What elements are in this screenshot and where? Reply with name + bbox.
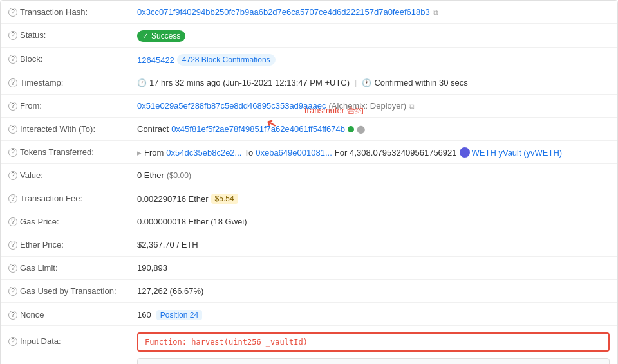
- block-number-link[interactable]: 12645422: [137, 55, 174, 65]
- help-icon-block[interactable]: ?: [8, 55, 17, 64]
- label-gas-limit: ? Gas Limit:: [8, 262, 137, 273]
- to-prefix: To: [244, 148, 253, 158]
- interacted-label: Interacted With (To):: [20, 124, 95, 134]
- transfer-amount: 4,308.07953240956175692​1: [350, 148, 456, 158]
- value-label: Value:: [20, 170, 43, 180]
- timestamp-text: 17 hrs 32 mins ago (Jun-16-2021 12:13:47…: [149, 78, 350, 87]
- value-tokens-transferred: ▸ From 0x54dc35eb8c2e2... To 0xeba649e00…: [137, 146, 610, 158]
- fee-ether: 0.002290716 Ether: [137, 194, 209, 204]
- label-input-data: ? Input Data:: [8, 331, 137, 346]
- help-icon-timestamp[interactable]: ?: [8, 78, 17, 87]
- status-label: Status:: [20, 30, 46, 40]
- row-tokens-transferred: ? Tokens Transferred: ▸ From 0x54dc35eb8…: [1, 141, 617, 164]
- label-block: ? Block:: [8, 53, 137, 64]
- clock-icon: 🕐: [137, 78, 147, 87]
- label-from: ? From:: [8, 100, 137, 111]
- pipe-separator: |: [355, 78, 357, 87]
- label-ether-price: ? Ether Price:: [8, 239, 137, 250]
- row-interacted-with: ? Interacted With (To): Contract 0x45f81…: [1, 118, 617, 141]
- row-from: ? From: 0x51e029a5ef288fb87c5e8dd46895c3…: [1, 95, 617, 118]
- row-timestamp: ? Timestamp: 🕐 17 hrs 32 mins ago (Jun-1…: [1, 71, 617, 95]
- value-gas-used: 127,262 (66.67%): [137, 285, 610, 296]
- value-transaction-fee: 0.002290716 Ether $5.54: [137, 192, 610, 204]
- row-value: ? Value: 0 Ether ($0.00): [1, 164, 617, 187]
- token-icon: [460, 147, 470, 158]
- gas-limit-text: 190,893: [137, 263, 167, 273]
- from-address-link[interactable]: 0x51e029a5ef288fb87c5e8dd46895c353ad9aaa…: [137, 101, 326, 111]
- input-data-area: MethodID: 0xdddc63362 [0]: 0000000000000…: [137, 358, 610, 364]
- help-icon-interacted[interactable]: ?: [8, 125, 17, 134]
- tx-hash-label: Transaction Hash:: [20, 7, 88, 17]
- gas-used-text: 127,262 (66.67%): [137, 286, 203, 296]
- row-input-data: ? Input Data: Function: harvest(uint256 …: [1, 326, 617, 364]
- clock-icon-confirm: 🕐: [362, 78, 371, 87]
- value-interacted-with: Contract 0x45f81ef5f2ae78f49851f7a62e406…: [137, 123, 610, 134]
- contract-prefix: Contract: [137, 124, 169, 134]
- ether-value: 0 Ether: [137, 170, 164, 180]
- for-prefix: For: [335, 148, 348, 158]
- function-signature-box: Function: harvest(uint256 _vaultId): [137, 332, 610, 352]
- value-gas-limit: 190,893: [137, 262, 610, 273]
- help-icon-gas-used[interactable]: ?: [8, 287, 17, 296]
- verified-dot: [348, 126, 354, 132]
- position-badge: Position 24: [156, 310, 202, 320]
- ether-price-label: Ether Price:: [20, 240, 64, 250]
- tx-hash-link[interactable]: 0x3cc071f9f40294bb250fc7b9aa6b2d7e6ca570…: [137, 7, 430, 17]
- input-data-label: Input Data:: [20, 336, 61, 346]
- function-signature-text: Function: harvest(uint256 _vaultId): [145, 338, 308, 347]
- label-gas-used: ? Gas Used by Transaction:: [8, 285, 137, 296]
- help-icon-status[interactable]: ?: [8, 31, 17, 40]
- label-interacted-with: ? Interacted With (To):: [8, 123, 137, 134]
- help-icon-input-data[interactable]: ?: [8, 337, 17, 346]
- fee-label: Transaction Fee:: [20, 194, 82, 203]
- value-status: ✓ Success: [137, 29, 610, 42]
- help-icon-fee[interactable]: ?: [8, 194, 17, 203]
- row-transaction-hash: ? Transaction Hash: 0x3cc071f9f40294bb25…: [1, 1, 617, 24]
- value-gas-price: 0.000000018 Ether (18 Gwei): [137, 215, 610, 226]
- row-transaction-fee: ? Transaction Fee: 0.002290716 Ether $5.…: [1, 187, 617, 210]
- transfer-row: ▸ From 0x54dc35eb8c2e2... To 0xeba649e00…: [137, 147, 562, 158]
- from-label: From:: [20, 101, 42, 111]
- label-transaction-hash: ? Transaction Hash:: [8, 6, 137, 17]
- confirmations-badge: 4728 Block Confirmations: [177, 54, 276, 66]
- status-text: Success: [151, 32, 180, 41]
- help-icon-from[interactable]: ?: [8, 102, 17, 111]
- timestamp-label: Timestamp:: [20, 78, 63, 87]
- help-icon-tokens[interactable]: ?: [8, 148, 17, 157]
- copy-icon-tx-hash[interactable]: ⧉: [433, 8, 438, 17]
- help-icon-gas-limit[interactable]: ?: [8, 264, 17, 273]
- info-arrow-icon[interactable]: ⬤: [357, 125, 365, 134]
- transfer-to-link[interactable]: 0xeba649e001081...: [256, 148, 332, 158]
- label-status: ? Status:: [8, 29, 137, 40]
- copy-icon-from[interactable]: ⧉: [409, 102, 415, 111]
- help-icon-ether-price[interactable]: ?: [8, 241, 17, 250]
- confirmed-text: Confirmed within 30 secs: [374, 78, 467, 87]
- gas-limit-label: Gas Limit:: [20, 263, 58, 273]
- transaction-detail-panel: ? Transaction Hash: 0x3cc071f9f40294bb25…: [0, 0, 618, 364]
- nonce-label: Nonce: [20, 310, 44, 320]
- help-icon-tx-hash[interactable]: ?: [8, 8, 17, 17]
- value-timestamp: 🕐 17 hrs 32 mins ago (Jun-16-2021 12:13:…: [137, 77, 610, 87]
- value-from: 0x51e029a5ef288fb87c5e8dd46895c353ad9aaa…: [137, 100, 610, 111]
- contract-address-link[interactable]: 0x45f81ef5f2ae78f49851f7a62e4061ff54ff67…: [171, 124, 345, 134]
- tokens-label: Tokens Transferred:: [20, 147, 94, 157]
- row-ether-price: ? Ether Price: $2,367.70 / ETH: [1, 233, 617, 257]
- from-prefix: From: [144, 148, 164, 158]
- gas-price-label: Gas Price:: [20, 217, 59, 226]
- row-block: ? Block: 12645422 4728 Block Confirmatio…: [1, 48, 617, 71]
- help-icon-value[interactable]: ?: [8, 171, 17, 180]
- token-name-link[interactable]: WETH yVault (yvWETH): [472, 148, 563, 158]
- transfer-from-link[interactable]: 0x54dc35eb8c2e2...: [166, 148, 241, 158]
- help-icon-gas-price[interactable]: ?: [8, 217, 17, 226]
- block-label: Block:: [20, 54, 42, 64]
- ether-price-text: $2,367.70 / ETH: [137, 240, 198, 250]
- value-input-data: Function: harvest(uint256 _vaultId) Meth…: [137, 331, 610, 364]
- value-nonce: 160 Position 24: [137, 309, 610, 320]
- input-data-wrapper: Function: harvest(uint256 _vaultId) Meth…: [137, 332, 610, 364]
- nonce-value: 160: [137, 310, 151, 320]
- label-nonce: ? Nonce: [8, 309, 137, 320]
- deployer-text: (Alchemix: Deployer): [329, 101, 407, 111]
- token-badge: WETH yVault (yvWETH): [460, 147, 563, 158]
- help-icon-nonce[interactable]: ?: [8, 311, 17, 320]
- triangle-icon: ▸: [137, 148, 142, 158]
